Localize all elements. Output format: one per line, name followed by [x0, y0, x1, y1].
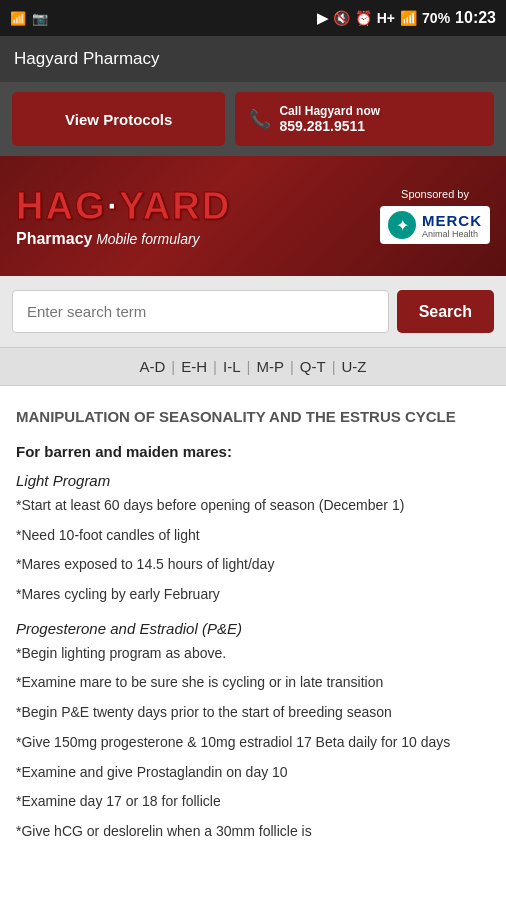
wifi-icon: 📶	[10, 11, 26, 26]
pe-bullet-3: *Begin P&E twenty days prior to the star…	[16, 702, 490, 724]
app-bar: Hagyard Pharmacy	[0, 36, 506, 82]
phone-icon: 📞	[249, 108, 271, 130]
light-program-title: Light Program	[16, 472, 490, 489]
clock: 10:23	[455, 9, 496, 27]
call-hagyard-button[interactable]: 📞 Call Hagyard now 859.281.9511	[235, 92, 494, 146]
light-program-bullet-4: *Mares cycling by early February	[16, 584, 490, 606]
merck-text-block: MERCK Animal Health	[422, 212, 482, 239]
pe-bullet-4: *Give 150mg progesterone & 10mg estradio…	[16, 732, 490, 754]
alpha-link-qt[interactable]: Q-T	[300, 358, 326, 375]
signal-icon: 📶	[400, 10, 417, 26]
separator-2: |	[213, 358, 217, 375]
search-button[interactable]: Search	[397, 290, 494, 333]
alpha-link-uz[interactable]: U-Z	[342, 358, 367, 375]
merck-logo: ✦ MERCK Animal Health	[380, 206, 490, 244]
brand-banner: HAG·YARD Pharmacy Mobile formulary Spons…	[0, 156, 506, 276]
banner-sponsor-right: Sponsored by ✦ MERCK Animal Health	[380, 188, 490, 244]
pharmacy-word: Pharmacy	[16, 230, 93, 247]
bluetooth-icon: ▶	[317, 10, 328, 26]
light-program-bullet-1: *Start at least 60 days before opening o…	[16, 495, 490, 517]
status-left-icons: 📶 📷	[10, 11, 48, 26]
program-pe: Progesterone and Estradiol (P&E) *Begin …	[16, 620, 490, 843]
status-right-icons: ▶ 🔇 ⏰ H+ 📶 70% 10:23	[317, 9, 496, 27]
pe-bullet-6: *Examine day 17 or 18 for follicle	[16, 791, 490, 813]
article-content: MANIPULATION OF SEASONALITY AND THE ESTR…	[0, 386, 506, 900]
pe-bullet-1: *Begin lighting program as above.	[16, 643, 490, 665]
section-label: For barren and maiden mares:	[16, 443, 490, 460]
hagyard-brand-name: HAG·YARD	[16, 185, 380, 228]
alarm-icon: ⏰	[355, 10, 372, 26]
formulary-word: Mobile formulary	[96, 231, 199, 247]
separator-3: |	[246, 358, 250, 375]
separator-5: |	[332, 358, 336, 375]
pharmacy-subtitle: Pharmacy Mobile formulary	[16, 230, 380, 248]
light-program-bullet-3: *Mares exposed to 14.5 hours of light/da…	[16, 554, 490, 576]
pe-bullet-7: *Give hCG or deslorelin when a 30mm foll…	[16, 821, 490, 843]
merck-name: MERCK	[422, 212, 482, 229]
banner-logo-left: HAG·YARD Pharmacy Mobile formulary	[16, 185, 380, 248]
alpha-link-eh[interactable]: E-H	[181, 358, 207, 375]
alpha-link-mp[interactable]: M-P	[256, 358, 284, 375]
alpha-link-il[interactable]: I-L	[223, 358, 241, 375]
sponsored-by-label: Sponsored by	[401, 188, 469, 200]
call-text-block: Call Hagyard now 859.281.9511	[279, 104, 380, 134]
hagyard-logo: HAG·YARD Pharmacy Mobile formulary	[16, 185, 380, 248]
search-input[interactable]	[12, 290, 389, 333]
separator-4: |	[290, 358, 294, 375]
app-title: Hagyard Pharmacy	[14, 49, 160, 69]
pe-bullet-5: *Examine and give Prostaglandin on day 1…	[16, 762, 490, 784]
call-label: Call Hagyard now	[279, 104, 380, 118]
pe-program-title: Progesterone and Estradiol (P&E)	[16, 620, 490, 637]
action-buttons-bar: View Protocols 📞 Call Hagyard now 859.28…	[0, 82, 506, 156]
alpha-link-ad[interactable]: A-D	[139, 358, 165, 375]
merck-icon: ✦	[388, 211, 416, 239]
network-type: H+	[377, 10, 395, 26]
mute-icon: 🔇	[333, 10, 350, 26]
alpha-nav: A-D | E-H | I-L | M-P | Q-T | U-Z	[0, 347, 506, 386]
merck-animal-health: Animal Health	[422, 229, 482, 239]
battery-icon: 70%	[422, 10, 450, 26]
separator-1: |	[171, 358, 175, 375]
status-bar: 📶 📷 ▶ 🔇 ⏰ H+ 📶 70% 10:23	[0, 0, 506, 36]
light-program-bullet-2: *Need 10-foot candles of light	[16, 525, 490, 547]
call-number: 859.281.9511	[279, 118, 380, 134]
pe-bullet-2: *Examine mare to be sure she is cycling …	[16, 672, 490, 694]
view-protocols-button[interactable]: View Protocols	[12, 92, 225, 146]
camera-icon: 📷	[32, 11, 48, 26]
program-light: Light Program *Start at least 60 days be…	[16, 472, 490, 606]
article-title: MANIPULATION OF SEASONALITY AND THE ESTR…	[16, 406, 490, 427]
search-section: Search	[0, 276, 506, 347]
